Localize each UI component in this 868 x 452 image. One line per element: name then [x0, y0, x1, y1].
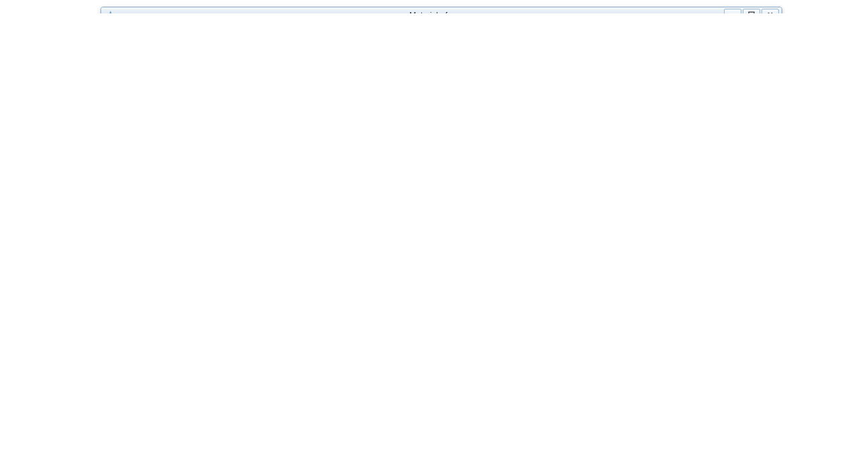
app-icon — [105, 10, 116, 13]
minimize-button[interactable] — [724, 9, 741, 13]
close-button[interactable] — [762, 9, 779, 13]
maximize-button[interactable] — [743, 9, 760, 13]
window: Materialerfassung Artikel Länge Breite G… — [100, 7, 782, 13]
titlebar: Materialerfassung — [101, 7, 782, 13]
window-title: Materialerfassung — [409, 11, 473, 14]
svg-rect-1 — [749, 12, 754, 13]
